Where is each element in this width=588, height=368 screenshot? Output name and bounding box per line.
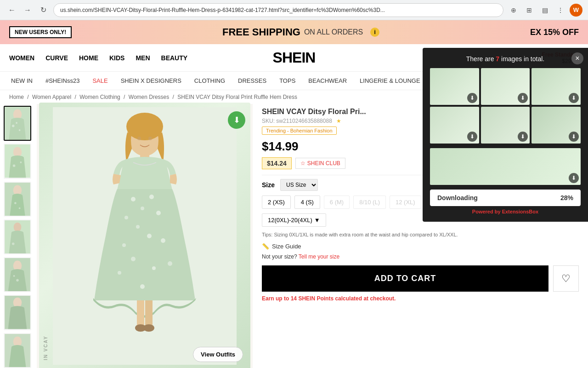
downloading-percentage: 28% xyxy=(560,194,573,201)
nav-kids[interactable]: KIDS xyxy=(109,54,124,62)
thumb-7[interactable] xyxy=(4,333,31,368)
breadcrumb-women-clothing[interactable]: Women Clothing xyxy=(79,94,120,100)
bookmark-icon[interactable]: ⊕ xyxy=(507,4,520,17)
download-badge-1[interactable]: ⬇ xyxy=(467,93,477,103)
powered-by-text: Powered by ExtensionsBox xyxy=(430,209,581,214)
extended-size-dropdown[interactable]: 12(0XL)-20(4XL) ▼ xyxy=(262,213,326,227)
back-button[interactable]: ← xyxy=(6,4,18,17)
nav-curve[interactable]: CURVE xyxy=(45,54,68,62)
download-badge-6[interactable]: ⬇ xyxy=(569,132,579,142)
image-download-modal: × There are 7 images in total. ⬇ ⬇ ⬇ ⬇ ⬇… xyxy=(423,48,588,222)
promo-banner: NEW USERS ONLY! FREE SHIPPING ON ALL ORD… xyxy=(0,20,588,44)
thumb-3[interactable] xyxy=(4,182,31,217)
main-download-button[interactable]: ⬇ xyxy=(228,111,245,129)
nav-men[interactable]: MEN xyxy=(136,54,150,62)
sub-nav-ss23[interactable]: #SHEINss23 xyxy=(44,77,81,84)
modal-image-3[interactable]: ⬇ xyxy=(531,68,581,105)
svg-point-11 xyxy=(14,202,17,204)
size-m[interactable]: 6 (M) xyxy=(324,196,350,209)
breadcrumb-home[interactable]: Home xyxy=(9,94,24,100)
download-badge-7[interactable]: ⬇ xyxy=(569,173,579,183)
star-rating-icon: ★ xyxy=(336,118,341,124)
new-users-label: NEW USERS ONLY! xyxy=(9,26,72,38)
svg-point-31 xyxy=(124,216,128,219)
downloading-label: Downloading xyxy=(437,194,546,201)
svg-point-14 xyxy=(14,222,22,231)
add-to-cart-button[interactable]: ADD TO CART xyxy=(262,265,548,292)
thumb-2[interactable] xyxy=(4,144,31,178)
svg-rect-44 xyxy=(137,300,144,328)
svg-point-32 xyxy=(156,211,161,215)
refresh-button[interactable]: ↻ xyxy=(37,4,50,17)
svg-point-41 xyxy=(140,284,145,289)
sub-nav-new-in[interactable]: NEW IN xyxy=(9,77,34,84)
breadcrumb-women-dresses[interactable]: Women Dresses xyxy=(129,94,169,100)
svg-point-18 xyxy=(16,279,19,282)
modal-image-1[interactable]: ⬇ xyxy=(430,68,479,105)
club-icon: ☆ xyxy=(300,160,305,167)
sub-nav-sale[interactable]: SALE xyxy=(90,77,109,84)
svg-point-15 xyxy=(12,242,15,245)
profile-icon[interactable]: W xyxy=(570,4,582,17)
size-guide-label: Size Guide xyxy=(272,243,301,250)
nav-buttons: ← → ↻ xyxy=(6,4,50,17)
svg-point-39 xyxy=(118,271,121,275)
size-xs[interactable]: 2 (XS) xyxy=(262,196,291,209)
sub-nav-tops[interactable]: TOPS xyxy=(277,77,297,84)
breadcrumb-current: SHEIN VCAY Ditsy Floral Print Ruffle Hem… xyxy=(177,94,297,100)
svg-rect-45 xyxy=(145,300,153,328)
not-your-size: Not your size? Tell me your size xyxy=(262,253,579,260)
sub-nav-lingerie[interactable]: LINGERIE & LOUNGE xyxy=(358,77,422,84)
sub-nav-designers[interactable]: SHEIN X DESIGNERS xyxy=(119,77,183,84)
menu-icon[interactable]: ⋮ xyxy=(554,4,567,17)
nav-home[interactable]: HOME xyxy=(79,54,98,62)
modal-image-6[interactable]: ⬇ xyxy=(531,107,581,144)
svg-point-36 xyxy=(161,238,165,243)
tell-me-size-link[interactable]: Tell me your size xyxy=(299,253,339,260)
sidebar-icon[interactable]: ▤ xyxy=(538,4,551,17)
modal-title: There are 7 images in total. xyxy=(430,55,581,63)
size-s[interactable]: 4 (S) xyxy=(294,196,320,209)
sub-nav-beachwear[interactable]: BEACHWEAR xyxy=(306,77,349,84)
svg-point-47 xyxy=(143,324,154,332)
address-bar[interactable]: us.shein.com/SHEIN-VCAY-Ditsy-Floral-Pri… xyxy=(53,3,503,17)
wishlist-button[interactable]: ♡ xyxy=(553,265,579,292)
svg-point-3 xyxy=(19,129,21,131)
svg-point-2 xyxy=(12,125,15,127)
size-unit-select[interactable]: US Size xyxy=(280,179,318,191)
heart-icon: ♡ xyxy=(561,273,571,285)
extensions-icon[interactable]: ⊞ xyxy=(523,4,536,17)
nav-women[interactable]: WOMEN xyxy=(9,54,34,62)
size-label: Size xyxy=(262,181,275,189)
sub-nav-clothing[interactable]: CLOTHING xyxy=(192,77,227,84)
thumb-6[interactable] xyxy=(4,295,31,330)
svg-point-29 xyxy=(141,207,144,210)
size-guide-row[interactable]: 📏 Size Guide xyxy=(262,243,579,250)
size-l[interactable]: 8/10 (L) xyxy=(353,196,386,209)
nav-beauty[interactable]: BEAUTY xyxy=(161,54,188,62)
free-shipping-label: FREE SHIPPING ON ALL ORDERS i xyxy=(222,26,379,38)
download-badge-3[interactable]: ⬇ xyxy=(569,93,579,103)
svg-point-8 xyxy=(20,161,22,163)
size-xl[interactable]: 12 (XL) xyxy=(390,196,421,209)
dropdown-arrow-icon: ▼ xyxy=(314,217,320,224)
thumb-1[interactable] xyxy=(4,106,31,141)
thumb-5[interactable] xyxy=(4,257,31,292)
svg-point-34 xyxy=(147,234,152,238)
shein-club-badge: ☆ SHEIN CLUB xyxy=(295,158,345,169)
modal-close-button[interactable]: × xyxy=(571,52,583,64)
ruler-icon: 📏 xyxy=(262,243,269,250)
svg-point-30 xyxy=(149,195,154,199)
view-outfits-button[interactable]: View Outfits xyxy=(193,347,243,362)
forward-button[interactable]: → xyxy=(21,4,34,17)
modal-image-5[interactable]: ⬇ xyxy=(481,107,530,144)
toolbar-icons: ⊕ ⊞ ▤ ⋮ W xyxy=(507,4,582,17)
trending-badge: Trending - Bohemian Fashion xyxy=(262,126,337,135)
modal-image-7[interactable]: ⬇ xyxy=(430,148,581,185)
modal-image-4[interactable]: ⬇ xyxy=(430,107,479,144)
thumb-4[interactable] xyxy=(4,219,31,254)
download-badge-4[interactable]: ⬇ xyxy=(467,132,477,142)
modal-image-2[interactable]: ⬇ xyxy=(481,68,530,105)
breadcrumb-women-apparel[interactable]: Women Apparel xyxy=(32,94,71,100)
sub-nav-dresses[interactable]: DRESSES xyxy=(236,77,268,84)
